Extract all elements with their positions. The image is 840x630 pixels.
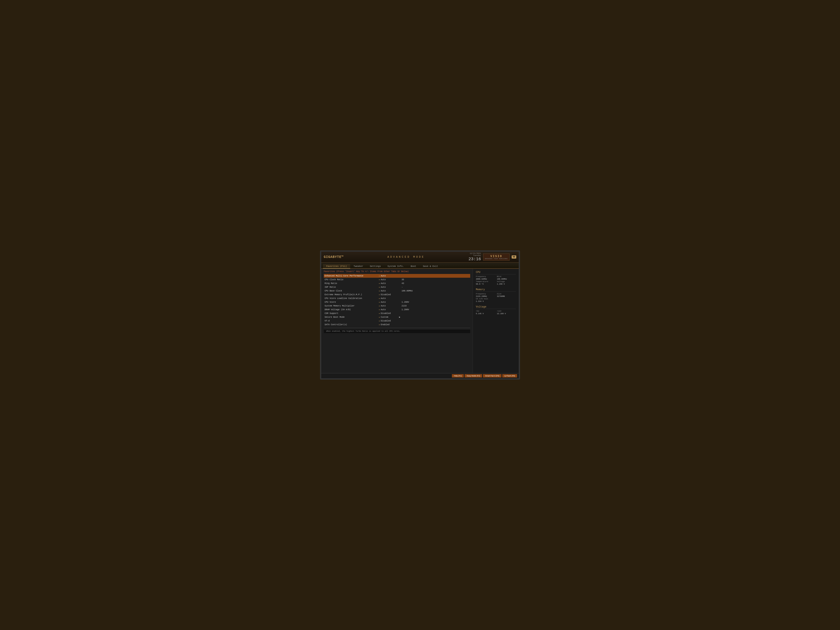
tab-sysinfo[interactable]: System Info. [384, 264, 407, 269]
cpu-voltage-label: Voltage [497, 281, 516, 283]
monitor-frame: GIGABYTE™ ADVANCED MODE 12/21/2021 Tuesd… [320, 250, 520, 380]
v5-label: +5V [476, 310, 495, 312]
tab-boot[interactable]: Boot [407, 264, 419, 269]
advanced-mode-title: ADVANCED MODE [344, 256, 468, 259]
visio-badge: VISIO BROADEN YOUR HORIZONS [483, 254, 510, 261]
qflash-f8-button[interactable]: Q-Flash (F8) [502, 374, 517, 377]
table-row[interactable]: DRAM Voltage (CH A/B) ★ Auto 1.200V [324, 308, 470, 311]
cpu-bclk-label: BCLK [497, 276, 516, 278]
mem-size-label: Size [497, 293, 516, 295]
memory-title: Memory [476, 288, 516, 292]
bios-header: GIGABYTE™ ADVANCED MODE 12/21/2021 Tuesd… [321, 252, 519, 262]
table-row[interactable]: Secure Boot Mode ★ Custom ▶ [324, 315, 470, 319]
cpu-frequency-label: Frequency [476, 276, 495, 278]
cpu-info-grid: Frequency BCLK 4800.92MHz 100.00MHz Temp… [476, 276, 516, 285]
tab-tweaker[interactable]: Tweaker [350, 264, 366, 269]
cpu-temperature-value: 50.0 °C [476, 283, 495, 285]
voltage-title: Voltage [476, 305, 516, 309]
right-panel: CPU Frequency BCLK 4800.92MHz 100.00MHz … [473, 269, 519, 373]
memory-section: Memory Frequency Size 2133.33MHz 32768MB… [476, 288, 516, 303]
help-f1-button[interactable]: Help (F1) [452, 374, 464, 377]
visio-sub: BROADEN YOUR HORIZONS [485, 258, 508, 260]
left-panel: Favorites (Press 'Insert' Key To +/- Ite… [321, 269, 473, 373]
help-buttons-bar: Help (F1) Easy Mode (F2) Smart Fan 6 (F6… [321, 373, 519, 378]
cpu-section: CPU Frequency BCLK 4800.92MHz 100.00MHz … [476, 271, 516, 285]
visio-brand: VISIO [485, 254, 508, 258]
gigabyte-logo: GIGABYTE™ [324, 255, 344, 259]
favorites-section-header: Favorites (Press 'Insert' Key To +/- Ite… [324, 270, 470, 273]
table-row[interactable]: System Memory Multiplier ★ Auto 2133 [324, 304, 470, 308]
tab-favorites[interactable]: Favorites (F11) [323, 264, 350, 269]
mem-size-value: 32768MB [497, 295, 516, 297]
v12-label: +12V [497, 310, 516, 312]
table-row[interactable]: CPU Vcore ★ Auto 1.200V [324, 300, 470, 304]
header-center: ADVANCED MODE [344, 256, 468, 259]
mem-chavb-value: 1.224 V [476, 300, 495, 303]
voltage-section: Voltage +5V +12V 5.145 V 12.168 V [476, 305, 516, 315]
table-row[interactable]: CPU Vcore Loadline Calibration ★ Auto [324, 297, 470, 300]
settings-table: Enhanced Multi-Core Performance ★ Auto C… [324, 274, 470, 327]
tab-settings[interactable]: Settings [366, 264, 384, 269]
cpu-frequency-value: 4800.92MHz [476, 278, 495, 280]
smart-fan-f6-button[interactable]: Smart Fan 6 (F6) [483, 374, 502, 377]
table-row[interactable]: CSM Support ★ Disabled [324, 311, 470, 315]
table-row[interactable]: CPU Clock Ratio ★ Auto 35 [324, 278, 470, 281]
table-row[interactable]: Ring Ratio ★ Auto 43 [324, 281, 470, 285]
cpu-voltage-value: 1.299 V [497, 283, 516, 285]
nav-tabs: Favorites (F11) Tweaker Settings System … [321, 262, 519, 269]
voltage-info-grid: +5V +12V 5.145 V 12.168 V [476, 310, 516, 315]
table-row[interactable]: VT-d ★ Disabled [324, 319, 470, 323]
main-content: Favorites (Press 'Insert' Key To +/- Ite… [321, 269, 519, 373]
cpu-title: CPU [476, 271, 516, 275]
memory-info-grid: Frequency Size 2133.33MHz 32768MB Ch A/B… [476, 293, 516, 303]
table-row[interactable]: Extreme Memory Profile(X.M.P.) ★ Disable… [324, 293, 470, 297]
row-help-text: When enabled, the highest Turbo Ratio is… [324, 329, 470, 333]
cpu-temperature-label: Temperature [476, 281, 495, 283]
table-row[interactable]: CPU Base Clock ★ Auto 100.00MHz [324, 289, 470, 293]
tab-save-exit[interactable]: Save & Exit [420, 264, 442, 269]
v5-value: 5.145 V [476, 313, 495, 315]
mem-frequency-label: Frequency [476, 293, 495, 295]
mem-frequency-value: 2133.33MHz [476, 295, 495, 297]
datetime-date: 12/21/2021 Tuesday [469, 253, 481, 257]
table-row[interactable]: IGP Ratio ★ Auto - [324, 285, 470, 289]
datetime-time: 23:16 [469, 257, 481, 262]
header-right: 12/21/2021 Tuesday 23:16 VISIO BROADEN Y… [469, 253, 516, 262]
cpu-bclk-value: 100.00MHz [497, 278, 516, 280]
bios-screen: GIGABYTE™ ADVANCED MODE 12/21/2021 Tuesd… [321, 252, 519, 378]
mem-chavb-label: Ch A/B Volt [476, 298, 495, 300]
table-row[interactable]: SATA Controller(s) ★ Enabled [324, 323, 470, 327]
easy-mode-f2-button[interactable]: Easy Mode (F2) [464, 374, 482, 377]
separator [324, 328, 470, 328]
v12-value: 12.168 V [497, 313, 516, 315]
cursor-arrow: ▶ [399, 316, 400, 318]
table-row[interactable]: Enhanced Multi-Core Performance ★ Auto [324, 274, 470, 278]
header-datetime: 12/21/2021 Tuesday 23:16 [469, 253, 481, 262]
fps-badge: 60 [512, 256, 516, 259]
